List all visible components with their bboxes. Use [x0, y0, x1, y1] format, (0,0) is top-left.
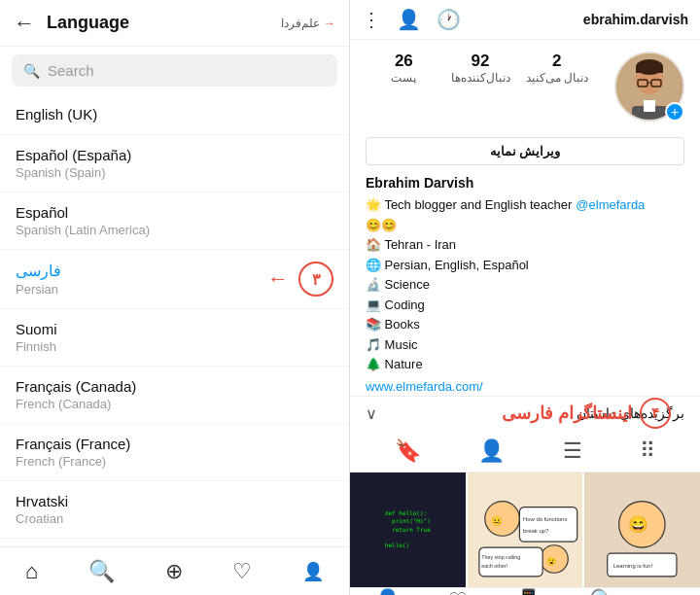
bottom-nav-left: ⌂ 🔍 ⊕ ♡ 👤 — [0, 546, 349, 595]
highlights-chevron[interactable]: ∨ — [366, 404, 377, 423]
profile-full-name: Ebrahim Darvish — [350, 173, 700, 192]
list-item[interactable]: Français (Canada) French (Canada) — [0, 367, 349, 424]
bottom-nav-right: 👤 ♡ 📱 🔍 ⌂ — [350, 587, 700, 595]
lang-name: Hrvatski — [16, 493, 333, 509]
posts-count: 26 — [395, 52, 413, 71]
bio-line: 🏠 Tehran - Iran — [366, 235, 684, 255]
following-count: 2 — [552, 52, 561, 71]
list-item-persian[interactable]: فارسی Persian ← ۳ — [0, 250, 349, 309]
svg-text:break up?: break up? — [523, 527, 549, 533]
farsi-annotation-text: اینستاگرام فارسی — [502, 402, 632, 424]
bio-text: 📚 Books — [366, 315, 420, 334]
post-thumbnail[interactable]: def hello(): print("Hi") return True hel… — [350, 472, 466, 588]
bio-text: 🌟 Tech blogger and English teacher — [366, 195, 572, 215]
header-left-icons: ⋮ 👤 🕐 — [362, 8, 461, 31]
lang-subtitle-persian: Persian — [16, 282, 260, 297]
svg-text:Learning is fun!: Learning is fun! — [613, 563, 653, 569]
lang-name-farsi: فارسی — [16, 262, 260, 280]
brand-logo: علم‌فردا → — [281, 17, 335, 30]
nav-phone-icon[interactable]: 📱 — [515, 588, 542, 595]
list-item[interactable]: Español (España) Spanish (Spain) — [0, 135, 349, 192]
bio-line: 🌟 Tech blogger and English teacher @elme… — [366, 195, 684, 215]
language-list: English (UK) Español (España) Spanish (S… — [0, 94, 349, 546]
bio-text: 🌐 Persian, English, Español — [366, 256, 529, 275]
step-badge-3: ۳ — [298, 262, 333, 297]
arrow-left-icon: ← — [267, 266, 289, 292]
followers-count: 92 — [472, 52, 490, 71]
nav-heart-icon[interactable]: ♡ — [448, 588, 468, 595]
list-item[interactable]: Suomi Finnish — [0, 309, 349, 367]
back-icon[interactable]: ← — [14, 11, 35, 36]
grid-icon[interactable]: ⠿ — [640, 438, 655, 464]
svg-text:How do functions: How do functions — [523, 515, 567, 521]
post-thumbnail[interactable]: 😐 How do functions break up? 😮 They stop… — [468, 472, 583, 588]
search-placeholder: Search — [48, 62, 94, 79]
svg-text:each other!: each other! — [481, 563, 508, 569]
nav-heart-icon[interactable]: ♡ — [232, 559, 252, 584]
page-title: Language — [47, 13, 281, 33]
bio-line: 😊😊 — [366, 216, 684, 235]
list-item[interactable]: Magyar — [0, 539, 349, 546]
right-panel: ⋮ 👤 🕐 ebrahim.darvish 26 پست 92 دنبال‌کن… — [350, 0, 700, 595]
lang-subtitle: Finnish — [16, 339, 333, 354]
search-bar[interactable]: 🔍 Search — [12, 54, 337, 87]
person-icon[interactable]: 👤 — [478, 438, 505, 464]
nav-search-icon[interactable]: 🔍 — [88, 559, 115, 584]
highlights-icons-row: 🔖 👤 ☰ ⠿ — [350, 431, 700, 472]
following-label: دنبال می‌کنید — [526, 71, 588, 85]
bio-line: 🎵 Music — [366, 335, 684, 355]
post-thumbnail[interactable]: 😄 Learning is fun! — [584, 472, 700, 588]
list-item[interactable]: English (UK) — [0, 94, 349, 135]
lang-subtitle: French (France) — [16, 454, 333, 469]
bio-text: 🏠 Tehran - Iran — [366, 235, 456, 255]
nav-search-icon[interactable]: 🔍 — [589, 588, 615, 595]
history-icon[interactable]: 🕐 — [437, 8, 461, 31]
lang-name: Español (España) — [16, 147, 333, 163]
lang-subtitle: Croatian — [16, 511, 333, 526]
left-header: ← Language علم‌فردا → — [0, 0, 349, 47]
bookmark-icon[interactable]: 🔖 — [395, 438, 421, 464]
lang-subtitle: Spanish (Spain) — [16, 165, 333, 180]
bio-line: 💻 Coding — [366, 296, 684, 315]
svg-rect-8 — [644, 100, 655, 112]
right-header: ⋮ 👤 🕐 ebrahim.darvish — [350, 0, 700, 40]
list-icon[interactable]: ☰ — [563, 438, 582, 464]
left-panel: ← Language علم‌فردا → 🔍 Search English (… — [0, 0, 350, 595]
add-photo-icon[interactable]: + — [665, 102, 684, 122]
stat-followers[interactable]: 92 دنبال‌کننده‌ها — [442, 52, 519, 85]
svg-text:They stop calling: They stop calling — [481, 554, 520, 560]
lang-name: Español — [16, 204, 333, 221]
stat-following[interactable]: 2 دنبال می‌کنید — [518, 52, 595, 85]
profile-link[interactable]: www.elmefarda.com/ — [350, 377, 700, 396]
bio-line: 📚 Books — [366, 315, 684, 334]
followers-label: دنبال‌کننده‌ها — [451, 71, 510, 85]
svg-rect-17 — [479, 547, 542, 577]
step-badge-4: ۴ — [640, 398, 671, 429]
bio-line: 🌐 Persian, English, Español — [366, 256, 684, 275]
brand-text: علم‌فردا — [281, 17, 320, 30]
nav-profile-icon[interactable]: 👤 — [302, 561, 324, 582]
bio-text: 🔬 Science — [366, 275, 430, 295]
svg-rect-3 — [636, 67, 663, 73]
posts-label: پست — [391, 71, 416, 85]
more-options-icon[interactable]: ⋮ — [362, 8, 381, 31]
bio-text: 💻 Coding — [366, 296, 425, 315]
search-icon: 🔍 — [23, 63, 40, 79]
bio-mention[interactable]: @elmefarda — [576, 195, 645, 215]
bio-line: 🌲 Nature — [366, 355, 684, 374]
lang-name: English (UK) — [16, 106, 333, 122]
nav-home-icon[interactable]: ⌂ — [25, 559, 38, 584]
lang-name: Français (Canada) — [16, 378, 333, 395]
add-user-icon[interactable]: 👤 — [397, 8, 421, 31]
list-item[interactable]: Hrvatski Croatian — [0, 481, 349, 539]
nav-profile-icon[interactable]: 👤 — [374, 588, 401, 595]
highlights-section: ∨ برگزیده‌های داستان اینستاگرام فارسی ۴ — [350, 396, 700, 431]
list-item[interactable]: Español Spanish (Latin America) — [0, 192, 349, 250]
svg-rect-12 — [519, 507, 577, 542]
svg-text:😄: 😄 — [628, 514, 648, 535]
edit-profile-button[interactable]: ویرایش نمایه — [366, 137, 684, 165]
list-item[interactable]: Français (France) French (France) — [0, 424, 349, 481]
profile-bio: 🌟 Tech blogger and English teacher @elme… — [350, 192, 700, 377]
nav-home-icon[interactable]: ⌂ — [663, 588, 676, 595]
nav-add-icon[interactable]: ⊕ — [165, 559, 183, 584]
